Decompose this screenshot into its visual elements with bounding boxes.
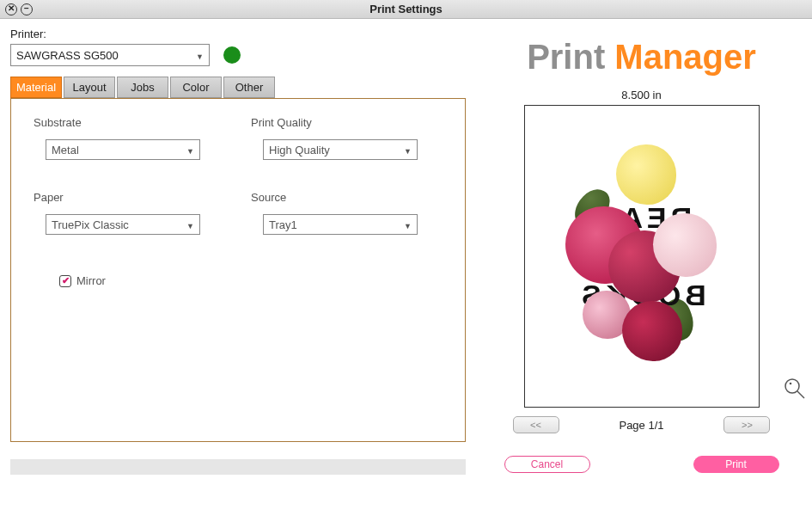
page-preview[interactable]: READ MORE BOOKS — [524, 105, 760, 408]
page-indicator: Page 1/1 — [619, 419, 663, 432]
print-quality-label: Print Quality — [251, 116, 443, 129]
chevron-down-icon: ▼ — [196, 52, 204, 61]
artwork: READ MORE BOOKS — [569, 153, 715, 359]
paper-value: TruePix Classic — [52, 218, 129, 231]
progress-bar — [10, 459, 466, 475]
cancel-button[interactable]: Cancel — [504, 456, 590, 473]
pager: << Page 1/1 >> — [513, 416, 771, 433]
source-value: Tray1 — [269, 218, 297, 231]
window-title: Print Settings — [369, 3, 443, 15]
printer-label: Printer: — [10, 28, 466, 40]
tab-jobs[interactable]: Jobs — [117, 77, 168, 98]
tab-material[interactable]: Material — [10, 77, 62, 98]
print-quality-value: High Quality — [269, 144, 330, 157]
tab-other[interactable]: Other — [223, 77, 275, 98]
source-label: Source — [251, 191, 443, 204]
next-page-button[interactable]: >> — [723, 416, 770, 433]
zoom-icon[interactable] — [783, 377, 807, 403]
page-width-label: 8.500 in — [524, 89, 760, 101]
print-quality-select[interactable]: High Quality ▼ — [263, 139, 418, 160]
printer-select[interactable]: SAWGRASS SG500 ▼ — [10, 44, 210, 66]
paper-label: Paper — [34, 191, 225, 204]
tab-color[interactable]: Color — [170, 77, 222, 98]
paper-select[interactable]: TruePix Classic ▼ — [46, 214, 200, 235]
prev-page-button[interactable]: << — [513, 416, 559, 433]
material-panel: Substrate Metal ▼ Print Quality High Qua… — [10, 98, 466, 442]
titlebar: ✕ − Print Settings — [0, 0, 812, 19]
chevron-down-icon: ▼ — [186, 222, 194, 230]
printer-value: SAWGRASS SG500 — [16, 49, 119, 62]
chevron-down-icon: ▼ — [404, 147, 412, 156]
tab-layout[interactable]: Layout — [64, 77, 115, 98]
svg-point-0 — [785, 379, 799, 393]
tabs: Material Layout Jobs Color Other — [10, 77, 466, 98]
svg-point-1 — [790, 383, 792, 385]
substrate-value: Metal — [52, 144, 79, 157]
source-select[interactable]: Tray1 ▼ — [263, 214, 418, 235]
preview-wrap: 8.500 in 11.000 in READ MORE BOOKS — [524, 89, 760, 408]
brand-logo: Print Manager — [527, 38, 756, 77]
svg-line-2 — [797, 391, 804, 398]
printer-status-icon — [223, 46, 241, 64]
print-button[interactable]: Print — [693, 456, 779, 473]
minimize-icon[interactable]: − — [21, 3, 33, 15]
chevron-down-icon: ▼ — [404, 222, 412, 230]
chevron-down-icon: ▼ — [186, 147, 194, 156]
close-icon[interactable]: ✕ — [5, 3, 17, 15]
mirror-label: Mirror — [76, 274, 106, 287]
mirror-checkbox[interactable]: ✔ — [59, 275, 71, 287]
print-settings-window: ✕ − Print Settings Printer: SAWGRASS SG5… — [0, 0, 812, 528]
substrate-select[interactable]: Metal ▼ — [46, 139, 200, 160]
substrate-label: Substrate — [34, 116, 225, 129]
